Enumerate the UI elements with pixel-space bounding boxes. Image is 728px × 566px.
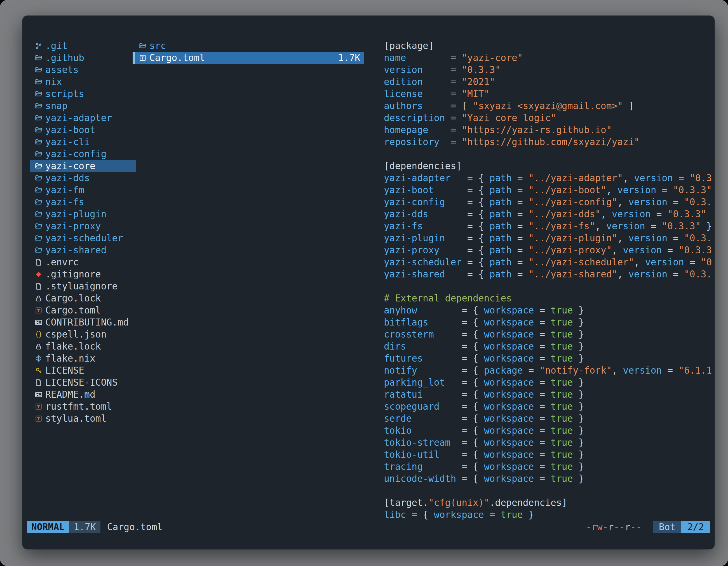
preview-line: tokio-stream = { workspace = true } (384, 436, 713, 448)
parent-item[interactable]: yazi-cli (30, 136, 136, 148)
preview-line: description = "Yazi core logic" (384, 112, 713, 124)
parent-item[interactable]: yazi-fs (30, 196, 136, 208)
item-label: yazi-config (45, 148, 107, 160)
parent-item[interactable]: .git (30, 40, 136, 52)
preview-line: yazi-shared = { path = "../yazi-shared",… (384, 268, 713, 280)
folder-icon (35, 184, 45, 196)
preview-line: license = "MIT" (384, 88, 713, 100)
item-label: rustfmt.toml (45, 400, 112, 412)
parent-item[interactable]: README.md (30, 388, 136, 400)
status-bar: NORMAL 1.7K Cargo.toml -rw-r--r-- Bot 2/… (27, 521, 710, 533)
parent-item[interactable]: LICENSE (30, 364, 136, 376)
toml-icon (139, 52, 149, 64)
parent-item[interactable]: .github (30, 52, 136, 64)
item-label: nix (45, 76, 62, 88)
parent-item[interactable]: LICENSE-ICONS (30, 376, 136, 388)
preview-line: anyhow = { workspace = true } (384, 304, 713, 316)
preview-line: yazi-plugin = { path = "../yazi-plugin",… (384, 232, 713, 244)
json-icon (35, 328, 45, 340)
item-label: flake.nix (45, 352, 95, 364)
folder-icon (35, 220, 45, 232)
file-size-badge: 1.7K (69, 521, 100, 533)
parent-item[interactable]: yazi-adapter (30, 112, 136, 124)
parent-item[interactable]: yazi-plugin (30, 208, 136, 220)
parent-item[interactable]: .styluaignore (30, 280, 136, 292)
preview-line (384, 280, 713, 292)
item-label: yazi-cli (45, 136, 90, 148)
preview-line (384, 485, 713, 497)
toml-icon (35, 412, 45, 424)
scroll-position-badge: Bot (653, 521, 681, 533)
parent-item[interactable]: yazi-dds (30, 172, 136, 184)
preview-line: ratatui = { workspace = true } (384, 388, 713, 400)
item-label: scripts (45, 88, 84, 100)
preview-line: [dependencies] (384, 160, 713, 172)
parent-item[interactable]: yazi-shared (30, 244, 136, 256)
folder-icon (35, 88, 45, 100)
parent-item[interactable]: yazi-boot (30, 124, 136, 136)
parent-item[interactable]: yazi-config (30, 148, 136, 160)
item-label: assets (45, 64, 79, 76)
parent-item[interactable]: rustfmt.toml (30, 400, 136, 412)
parent-item[interactable]: .envrc (30, 256, 136, 268)
parent-item[interactable]: yazi-proxy (30, 220, 136, 232)
item-label: yazi-fm (45, 184, 84, 196)
markdown-icon (35, 316, 45, 328)
gitignore-icon (35, 268, 45, 280)
preview-line: yazi-dds = { path = "../yazi-dds", versi… (384, 208, 713, 220)
parent-pane: .git.githubassetsnixscriptssnapyazi-adap… (30, 40, 136, 424)
folder-icon (35, 100, 45, 112)
preview-line: authors = [ "sxyazi <sxyazi@gmail.com>" … (384, 100, 713, 112)
item-label: CONTRIBUTING.md (45, 316, 129, 328)
item-label: yazi-boot (45, 124, 95, 136)
lock-icon (35, 340, 45, 352)
item-label: yazi-shared (45, 244, 107, 256)
folder-icon (35, 172, 45, 184)
preview-line (384, 148, 713, 160)
parent-item[interactable]: nix (30, 76, 136, 88)
parent-item[interactable]: CONTRIBUTING.md (30, 316, 136, 328)
item-label: LICENSE (45, 364, 84, 376)
item-label: stylua.toml (45, 412, 107, 424)
status-filename: Cargo.toml (107, 521, 163, 533)
preview-line: scopeguard = { workspace = true } (384, 400, 713, 412)
preview-line: bitflags = { workspace = true } (384, 316, 713, 328)
item-label: .gitignore (45, 268, 101, 280)
parent-item[interactable]: yazi-fm (30, 184, 136, 196)
parent-item[interactable]: yazi-core (30, 160, 136, 172)
item-label: yazi-adapter (45, 112, 112, 124)
parent-item[interactable]: stylua.toml (30, 412, 136, 424)
parent-item[interactable]: .gitignore (30, 268, 136, 280)
folder-icon (35, 232, 45, 244)
parent-item[interactable]: flake.nix (30, 352, 136, 364)
parent-item[interactable]: yazi-scheduler (30, 232, 136, 244)
current-item[interactable]: src (133, 40, 364, 52)
file-icon (35, 256, 45, 268)
parent-item[interactable]: scripts (30, 88, 136, 100)
preview-line: tokio-util = { workspace = true } (384, 448, 713, 461)
preview-line: notify = { package = "notify-fork", vers… (384, 364, 713, 376)
preview-line: libc = { workspace = true } (384, 509, 713, 521)
parent-item[interactable]: assets (30, 64, 136, 76)
item-label: .github (45, 52, 84, 64)
toml-icon (35, 400, 45, 412)
parent-item[interactable]: flake.lock (30, 340, 136, 352)
parent-item[interactable]: Cargo.lock (30, 292, 136, 304)
item-label: yazi-plugin (45, 208, 107, 220)
preview-line: repository = "https://github.com/sxyazi/… (384, 136, 713, 148)
folder-icon (35, 136, 45, 148)
item-size: 1.7K (338, 52, 360, 64)
preview-line: homepage = "https://yazi-rs.github.io" (384, 124, 713, 136)
parent-item[interactable]: Cargo.toml (30, 304, 136, 316)
preview-line: dirs = { workspace = true } (384, 340, 713, 352)
parent-item[interactable]: cspell.json (30, 328, 136, 340)
current-item[interactable]: Cargo.toml1.7K (133, 52, 364, 64)
file-permissions: -rw-r--r-- (586, 521, 642, 533)
item-label: .styluaignore (45, 280, 118, 292)
preview-line: yazi-adapter = { path = "../yazi-adapter… (384, 172, 713, 184)
item-label: yazi-fs (45, 196, 84, 208)
folder-icon (35, 148, 45, 160)
toml-icon (35, 304, 45, 316)
item-label: yazi-dds (45, 172, 90, 184)
parent-item[interactable]: snap (30, 100, 136, 112)
